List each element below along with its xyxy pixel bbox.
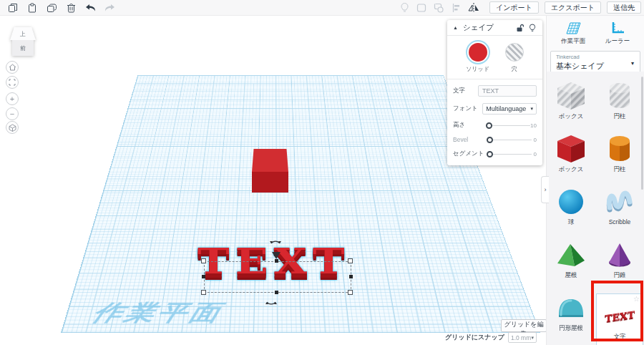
shape-label: 円錐 — [614, 271, 626, 280]
edit-tools — [0, 2, 115, 14]
box-top-face — [252, 149, 288, 172]
snap-grid-row: グリッドにスナップ 1.0 mm ▾ — [445, 332, 537, 343]
fit-view-button[interactable] — [6, 76, 19, 89]
shape-item-sphere[interactable]: 球 — [548, 188, 594, 240]
paste-icon[interactable] — [26, 2, 38, 14]
hole-swatch[interactable]: 穴 — [505, 43, 524, 73]
copy-icon[interactable] — [7, 2, 19, 14]
shape-item-cylinder[interactable]: 円柱 — [597, 135, 643, 188]
font-select-value: Multilanguage — [486, 105, 526, 112]
top-toolbar: インポート エクスポート 送信先 — [0, 0, 644, 16]
sidebar-collapse-handle[interactable]: › — [541, 176, 549, 203]
height-value: 10 — [530, 122, 537, 129]
shape-item-scribble[interactable]: Scribble — [597, 188, 643, 240]
rotate-handle[interactable] — [265, 301, 278, 308]
redo-icon[interactable] — [104, 2, 115, 14]
roof-icon — [555, 240, 587, 269]
shape-label: 球 — [568, 218, 575, 227]
edge-handle[interactable] — [349, 275, 353, 278]
import-button[interactable]: インポート — [489, 1, 539, 14]
text-field-row: 文字 — [453, 85, 537, 97]
caret-down-icon: ▾ — [531, 335, 534, 341]
sidebar-tools: 作業平面 ルーラー — [547, 16, 644, 49]
shape-item-hole-cylinder[interactable]: 円柱 — [597, 82, 643, 135]
visibility-bulb-icon[interactable] — [529, 24, 537, 31]
slider-knob[interactable] — [487, 137, 493, 143]
shape-item-text[interactable]: ☆ TEXT 文字 — [596, 293, 643, 345]
ruler-tool-button[interactable]: ルーラー — [605, 21, 630, 46]
collapse-panel-icon[interactable]: ▲ — [453, 25, 458, 30]
zoom-in-button[interactable]: + — [6, 92, 19, 105]
bevel-label: Bevel — [453, 136, 485, 143]
slider-track — [487, 154, 532, 155]
round-roof-icon — [555, 293, 587, 322]
edge-handle[interactable] — [275, 291, 278, 294]
edge-handle[interactable] — [275, 259, 278, 263]
rotate-handle[interactable] — [269, 238, 282, 245]
send-to-button[interactable]: 送信先 — [607, 1, 641, 14]
bevel-slider-row: Bevel 0 — [453, 136, 537, 143]
segments-slider-row: セグメント 0 — [453, 150, 537, 158]
shape-item-box[interactable]: ボックス — [548, 135, 594, 188]
undo-icon[interactable] — [84, 2, 96, 14]
scale-handle[interactable] — [348, 258, 353, 263]
snap-grid-value: 1.0 mm — [511, 334, 531, 341]
shape-item-cone[interactable]: 円錐 — [597, 240, 643, 293]
shape-item-round-roof[interactable]: 円形屋根 — [548, 293, 594, 345]
minus-glyph: − — [10, 110, 14, 118]
gallery-scrollbar[interactable] — [641, 77, 643, 190]
mirror-icon[interactable] — [468, 2, 479, 14]
text-value-input[interactable] — [478, 85, 537, 97]
segments-value: 0 — [534, 151, 537, 157]
font-field-label: フォント — [453, 105, 482, 113]
cone-icon — [604, 240, 635, 269]
zoom-out-button[interactable]: − — [6, 107, 19, 120]
solid-swatch[interactable]: ソリッド — [466, 43, 489, 73]
edge-handle[interactable] — [202, 275, 205, 278]
show-all-icon[interactable] — [399, 2, 411, 14]
segments-label: セグメント — [453, 150, 485, 158]
view-cube-top-face[interactable]: 上 — [10, 27, 36, 40]
shape-item-hole-box[interactable]: ボックス — [548, 82, 594, 135]
export-button[interactable]: エクスポート — [545, 1, 601, 14]
slider-knob[interactable] — [486, 122, 492, 129]
shape-label: 円柱 — [614, 112, 626, 121]
scale-handle[interactable] — [348, 290, 353, 295]
view-cube-front-face[interactable]: 前 — [12, 40, 34, 56]
chevron-right-icon: › — [545, 186, 547, 193]
text-field-label: 文字 — [453, 87, 478, 95]
shape-label: 円形屋根 — [559, 324, 583, 333]
lock-icon[interactable] — [516, 24, 524, 31]
delete-icon[interactable] — [65, 2, 77, 14]
material-swatches: ソリッド 穴 — [447, 36, 542, 79]
scale-handle[interactable] — [201, 258, 206, 263]
edit-grid-button[interactable]: グリッドを編集 — [501, 319, 546, 332]
duplicate-icon[interactable] — [46, 2, 57, 14]
height-slider[interactable] — [487, 122, 530, 129]
group-icon[interactable] — [416, 2, 428, 14]
box-object[interactable] — [252, 149, 288, 193]
slider-knob[interactable] — [487, 151, 493, 157]
caret-down-icon: ▾ — [631, 60, 634, 67]
height-handle[interactable] — [272, 252, 280, 259]
bevel-slider[interactable] — [487, 137, 532, 143]
hole-box-icon — [555, 82, 587, 110]
shape-label: 屋根 — [565, 271, 577, 280]
shape-item-roof[interactable]: 屋根 — [548, 240, 594, 293]
workplane-tool-button[interactable]: 作業平面 — [561, 21, 585, 46]
align-icon[interactable] — [451, 2, 462, 14]
perspective-toggle-button[interactable] — [6, 121, 19, 134]
hole-pattern-circle[interactable] — [505, 43, 524, 62]
scale-handle[interactable] — [201, 290, 206, 295]
favorite-star-icon[interactable]: ☆ — [633, 295, 640, 303]
shapes-sidebar: 作業平面 ルーラー Tinkercad 基本シェイプ ▾ ボックス 円柱 ボック… — [546, 16, 644, 345]
text-shape-icon: TEXT — [604, 302, 635, 331]
red-box-icon — [555, 135, 587, 163]
segments-slider[interactable] — [487, 151, 532, 157]
scribble-icon — [604, 188, 635, 216]
solid-color-circle[interactable] — [469, 43, 487, 62]
home-view-button[interactable] — [6, 61, 19, 74]
font-select[interactable]: Multilanguage ▾ — [482, 103, 537, 115]
snap-grid-select[interactable]: 1.0 mm ▾ — [508, 332, 537, 343]
ungroup-icon[interactable] — [434, 2, 445, 14]
